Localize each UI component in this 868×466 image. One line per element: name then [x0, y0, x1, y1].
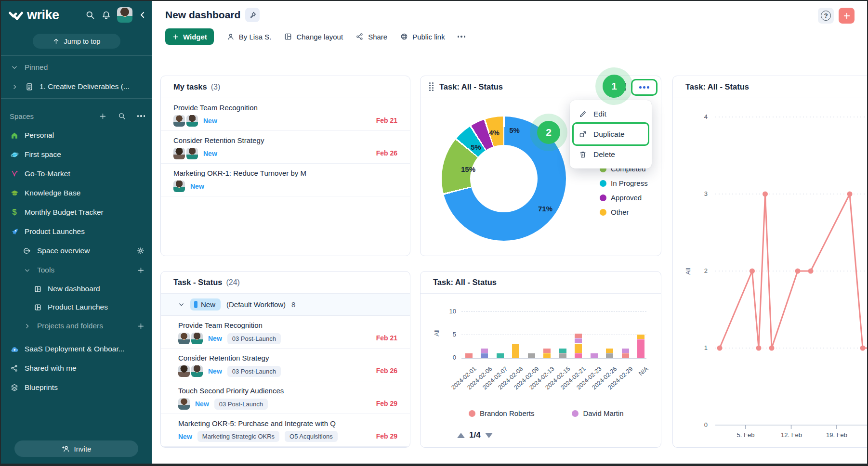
legend-item[interactable]: David Martin	[572, 409, 623, 417]
bar-stack	[575, 334, 582, 358]
sidebar-item-personal[interactable]: Personal	[1, 126, 152, 145]
invite-button[interactable]: Invite	[14, 440, 138, 457]
status-badge[interactable]: New	[203, 150, 217, 157]
drag-handle-icon[interactable]	[429, 82, 434, 91]
status-badge[interactable]: New	[208, 335, 222, 342]
task-row[interactable]: Marketing OKR-1: Reduce Turnover by M Ne…	[161, 164, 410, 196]
menu-item-delete[interactable]: Delete	[570, 144, 652, 165]
status-badge[interactable]: New	[195, 400, 209, 408]
search-icon[interactable]	[85, 10, 95, 20]
search-spaces-icon[interactable]	[118, 112, 126, 120]
pinned-label: Pinned	[25, 63, 48, 72]
gear-icon[interactable]	[136, 246, 145, 255]
collapse-sidebar-chevron-icon[interactable]	[138, 11, 147, 19]
legend-label: In Progress	[611, 179, 648, 187]
task-row[interactable]: Touch Second Priority Audiences New 03 P…	[161, 381, 410, 414]
sidebar-group-projects-and-folders[interactable]: Projects and folders	[1, 316, 152, 336]
pin-dashboard-button[interactable]	[245, 8, 260, 22]
add-tool-plus-icon[interactable]	[137, 266, 145, 274]
sidebar-group-tools[interactable]: Tools	[1, 260, 152, 280]
bar-chart-xlabels: 2024-02-012024-02-062024-02-072024-02-08…	[461, 363, 648, 409]
legend-item[interactable]: Other	[600, 208, 648, 216]
sidebar-item-product-launches-dashboard[interactable]: Product Launches	[1, 298, 152, 316]
share-label: Share	[368, 33, 387, 41]
sidebar-item-saas-deployment[interactable]: SaaS Deployment & Onboar...	[1, 339, 152, 359]
sidebar-item-go-to-market[interactable]: Go-To-Market	[1, 164, 152, 183]
chevron-right-icon[interactable]	[10, 84, 19, 90]
add-space-plus-icon[interactable]	[99, 112, 107, 120]
share-button[interactable]: Share	[355, 32, 387, 41]
pager-down-icon[interactable]	[485, 433, 493, 438]
chevron-right-icon	[22, 323, 32, 329]
owner-label: By Lisa S.	[239, 33, 272, 41]
create-new-button[interactable]	[839, 8, 855, 24]
sidebar-item-space-overview[interactable]: Space overview	[1, 241, 152, 260]
sidebar-item-new-dashboard[interactable]: New dashboard	[1, 280, 152, 298]
pinned-section-header[interactable]: Pinned	[1, 58, 152, 77]
menu-item-duplicate[interactable]: Duplicate	[570, 124, 652, 144]
jump-to-top-button[interactable]: Jump to top	[33, 34, 120, 49]
task-row[interactable]: Consider Retention Strategy New 03 Post-…	[161, 349, 410, 381]
wrike-app-window: wrike Jump to top	[0, 0, 868, 466]
dashboard-owner[interactable]: By Lisa S.	[226, 32, 272, 41]
task-row[interactable]: Marketing OKR-5: Purchase and Integrate …	[161, 414, 410, 447]
status-badge[interactable]: New	[190, 182, 204, 190]
sidebar-item-knowledge-base[interactable]: Knowledge Base	[1, 183, 152, 203]
pin-icon	[249, 11, 257, 19]
change-layout-button[interactable]: Change layout	[284, 32, 343, 41]
task-title[interactable]: Marketing OKR-5: Purchase and Integrate …	[178, 419, 397, 427]
task-title[interactable]: Consider Retention Strategy	[178, 354, 397, 362]
menu-item-edit[interactable]: Edit	[570, 104, 652, 124]
sidebar-item-creative-deliverables[interactable]: 1. Creative Deliverables (...	[1, 77, 152, 96]
sidebar-item-blueprints[interactable]: Blueprints	[1, 378, 152, 397]
legend-item[interactable]: Brandon Roberts	[469, 409, 534, 417]
menu-item-label: Edit	[593, 110, 606, 118]
x-tick-label: 19. Feb	[821, 431, 852, 439]
y-axis-label: All	[433, 329, 440, 336]
widget-title: My tasks	[173, 82, 207, 91]
status-pill-new[interactable]: New	[190, 298, 221, 311]
status-badge[interactable]: New	[208, 367, 222, 375]
add-widget-button[interactable]: Widget	[165, 28, 214, 45]
sidebar-item-product-launches[interactable]: Product Launches	[1, 222, 152, 241]
tools-label: Tools	[37, 266, 54, 274]
status-group-header[interactable]: New (Default Workflow) 8	[161, 294, 410, 316]
sidebar-item-monthly-budget-tracker[interactable]: $ Monthly Budget Tracker	[1, 203, 152, 222]
space-overview-label: Space overview	[37, 246, 90, 255]
task-row[interactable]: Provide Team Recognition New Feb 21	[161, 98, 410, 131]
status-badge[interactable]: New	[178, 433, 192, 440]
legend-item[interactable]: Approved	[600, 194, 648, 202]
main-content: New dashboard Widget By Lisa S. Change l…	[152, 1, 867, 464]
add-project-plus-icon[interactable]	[137, 322, 145, 330]
task-title[interactable]: Consider Retention Strategy	[173, 136, 397, 144]
other-item-label: Shared with me	[25, 364, 77, 373]
sidebar-item-first-space[interactable]: First space	[1, 145, 152, 164]
chevron-down-icon[interactable]	[178, 301, 184, 308]
sidebar-item-shared-with-me[interactable]: Shared with me	[1, 359, 152, 378]
status-badge[interactable]: New	[203, 117, 217, 125]
task-row[interactable]: Consider Retention Strategy New Feb 26	[161, 131, 410, 164]
spaces-more-icon[interactable]	[137, 115, 145, 117]
avatar	[178, 365, 190, 377]
task-title[interactable]: Marketing OKR-1: Reduce Turnover by M	[173, 169, 397, 177]
widget-more-button[interactable]	[631, 79, 658, 96]
task-title[interactable]: Touch Second Priority Audiences	[178, 387, 397, 395]
folder-badge: O5 Acquisitions	[285, 431, 338, 442]
user-avatar[interactable]	[117, 7, 132, 23]
public-link-button[interactable]: Public link	[400, 32, 445, 41]
task-title[interactable]: Provide Team Recognition	[178, 321, 397, 329]
help-button[interactable]: ?	[818, 8, 834, 24]
due-date: Feb 21	[376, 116, 397, 124]
pager-up-icon[interactable]	[457, 433, 465, 438]
dashboard-grid-icon	[33, 303, 42, 311]
notifications-bell-icon[interactable]	[101, 10, 111, 20]
legend-item[interactable]: In Progress	[600, 179, 648, 187]
y-tick-label: 10	[444, 308, 456, 315]
pencil-icon	[579, 110, 587, 118]
task-row[interactable]: Provide Team Recognition New 03 Post-Lau…	[161, 316, 410, 349]
toolbar-more-icon[interactable]	[458, 36, 466, 38]
wrike-logo[interactable]: wrike	[9, 8, 59, 23]
pinned-section: Pinned 1. Creative Deliverables (...	[1, 56, 152, 98]
task-row-clipped[interactable]: Marketing OKR-1: Reduce Turnover by M	[161, 447, 410, 448]
task-title[interactable]: Provide Team Recognition	[173, 104, 397, 112]
